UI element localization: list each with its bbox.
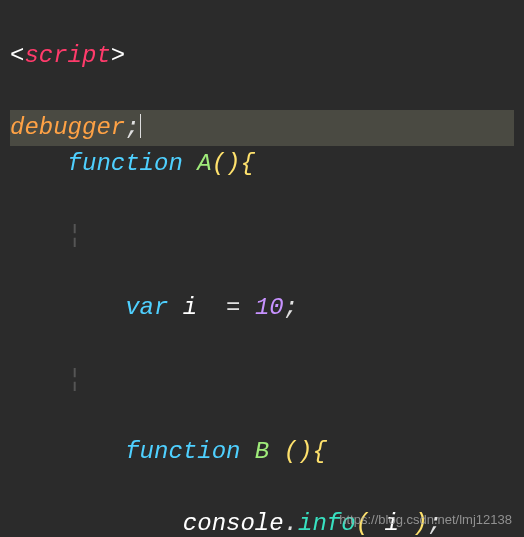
function-name-b: B [255, 438, 269, 465]
brace-open: { [312, 438, 326, 465]
indent [10, 294, 125, 321]
code-line-1: <script> [10, 38, 514, 74]
code-line-6-blank: ¦ [10, 362, 514, 398]
keyword-debugger: debugger [10, 114, 125, 141]
indent [10, 150, 68, 177]
keyword-function: function [125, 438, 240, 465]
tag-name-script: script [24, 42, 110, 69]
space [183, 150, 197, 177]
semicolon: ; [125, 114, 139, 141]
parens: () [212, 150, 241, 177]
code-line-2-highlighted: debugger; [10, 110, 514, 146]
code-line-4-blank: ¦ [10, 218, 514, 254]
keyword-var: var [125, 294, 168, 321]
dot: . [284, 510, 298, 537]
watermark-text: https://blog.csdn.net/lmj12138 [339, 510, 512, 530]
code-block: <script> debugger; function A(){ ¦ var i… [0, 0, 524, 537]
code-line-5: var i = 10; [10, 290, 514, 326]
text-cursor [140, 114, 141, 138]
tag-open-gt: > [111, 42, 125, 69]
parens: () [284, 438, 313, 465]
space [269, 438, 283, 465]
function-name-a: A [197, 150, 211, 177]
space [240, 438, 254, 465]
semicolon: ; [284, 294, 298, 321]
indent [10, 438, 125, 465]
identifier-console: console [183, 510, 284, 537]
space [168, 294, 182, 321]
keyword-function: function [68, 150, 183, 177]
brace-open: { [240, 150, 254, 177]
equals: = [226, 294, 240, 321]
number-literal: 10 [255, 294, 284, 321]
space [197, 294, 226, 321]
space [240, 294, 254, 321]
code-line-3: function A(){ [10, 146, 514, 182]
indent [10, 510, 183, 537]
code-line-7: function B (){ [10, 434, 514, 470]
tag-open-lt: < [10, 42, 24, 69]
variable-i: i [183, 294, 197, 321]
